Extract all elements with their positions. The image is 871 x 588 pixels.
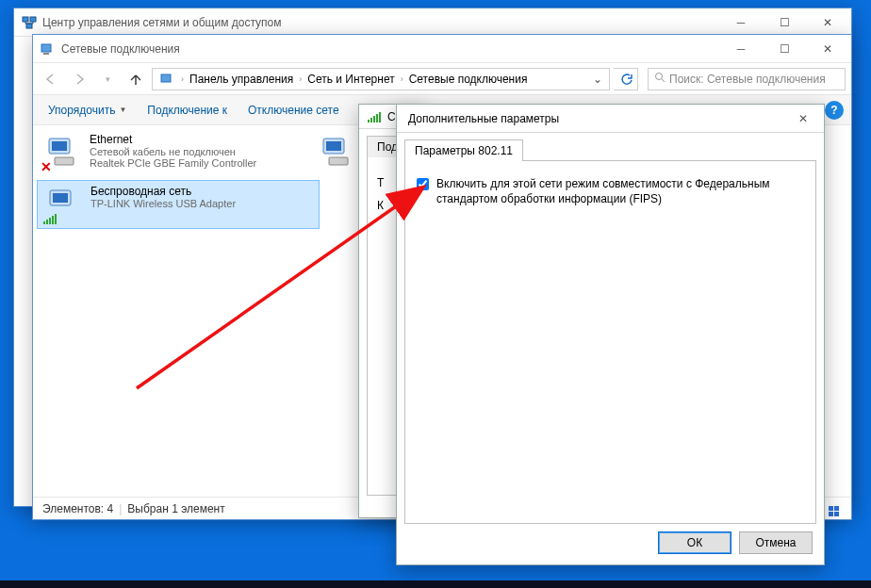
svg-rect-15	[326, 141, 341, 151]
disconnected-x-icon: ✕	[41, 159, 52, 174]
tab-panel: Включить для этой сети режим совместимос…	[404, 160, 816, 524]
nav-forward-button[interactable]	[67, 67, 91, 91]
network-device: Realtek PCIe GBE Family Controller	[90, 157, 256, 169]
navigation-bar: ▾ › Панель управления › Сеть и Интернет …	[33, 63, 851, 95]
fips-checkbox[interactable]	[417, 178, 429, 190]
network-status: Сетевой кабель не подключен	[90, 146, 256, 157]
dialog-title: Дополнительные параметры	[404, 112, 784, 125]
titlebar: Дополнительные параметры ✕	[397, 105, 824, 133]
toolbar-connect-to[interactable]: Подключение к	[140, 100, 235, 121]
toolbar-disable[interactable]: Отключение сете	[240, 100, 347, 121]
search-icon	[654, 72, 666, 86]
breadcrumb-item[interactable]: Сетевые подключения	[405, 71, 532, 88]
network-name: Ethernet	[90, 133, 256, 146]
breadcrumb-item[interactable]: Сеть и Интернет	[304, 71, 398, 88]
signal-bars-icon	[43, 213, 57, 224]
titlebar: Сетевые подключения ─ ☐ ✕	[33, 35, 851, 63]
search-input[interactable]: Поиск: Сетевые подключения	[648, 68, 846, 90]
tab-80211-params[interactable]: Параметры 802.11	[404, 139, 523, 161]
chevron-right-icon[interactable]: ›	[299, 74, 302, 84]
svg-rect-0	[23, 17, 28, 22]
svg-rect-2	[26, 24, 32, 28]
svg-rect-4	[43, 53, 49, 55]
chevron-down-icon: ▼	[119, 106, 126, 114]
ethernet-icon	[318, 133, 355, 172]
dialog-advanced-settings: Дополнительные параметры ✕ Параметры 802…	[396, 104, 825, 565]
search-placeholder: Поиск: Сетевые подключения	[669, 73, 826, 86]
taskbar[interactable]	[0, 580, 871, 588]
breadcrumb-dropdown[interactable]: ⌄	[590, 73, 605, 86]
status-selected-count: Выбран 1 элемент	[127, 502, 224, 515]
cancel-button[interactable]: Отмена	[739, 531, 813, 554]
ok-button[interactable]: ОК	[658, 531, 731, 554]
network-item-wireless[interactable]: Беспроводная сеть TP-LINK Wireless USB A…	[37, 180, 320, 229]
nav-recent-button[interactable]: ▾	[95, 67, 120, 91]
status-item-count: Элементов: 4	[42, 502, 113, 515]
svg-rect-5	[161, 74, 171, 82]
ethernet-icon: ✕	[42, 133, 82, 172]
nav-up-button[interactable]	[123, 67, 148, 91]
breadcrumb[interactable]: › Панель управления › Сеть и Интернет › …	[152, 68, 610, 90]
network-center-icon	[22, 15, 37, 30]
network-connections-icon	[41, 41, 56, 57]
breadcrumb-item[interactable]: Панель управления	[186, 71, 297, 88]
close-button[interactable]: ✕	[784, 105, 822, 133]
nav-back-button[interactable]	[39, 67, 63, 91]
dialog-buttons: ОК Отмена	[397, 531, 824, 565]
help-button[interactable]: ?	[825, 101, 844, 120]
tab-strip: Параметры 802.11	[397, 133, 824, 160]
network-name: Беспроводная сеть	[90, 185, 236, 198]
maximize-button[interactable]: ☐	[763, 8, 806, 37]
fips-checkbox-row[interactable]: Включить для этой сети режим совместимос…	[417, 176, 804, 206]
toolbar-organize[interactable]: Упорядочить▼	[41, 100, 134, 121]
close-button[interactable]: ✕	[806, 35, 849, 63]
chevron-right-icon[interactable]: ›	[181, 74, 184, 84]
svg-rect-3	[41, 44, 51, 52]
svg-point-6	[656, 74, 663, 80]
network-device: TP-LINK Wireless USB Adapter	[90, 198, 236, 209]
svg-rect-16	[329, 157, 348, 165]
chevron-right-icon[interactable]: ›	[401, 74, 403, 84]
window-title: Центр управления сетями и общим доступом	[42, 16, 719, 29]
signal-bars-icon	[367, 109, 382, 124]
refresh-button[interactable]	[614, 68, 638, 90]
minimize-button[interactable]: ─	[719, 8, 763, 37]
titlebar: Центр управления сетями и общим доступом…	[14, 8, 851, 37]
wifi-adapter-icon	[43, 185, 83, 224]
large-icons-view-icon[interactable]	[829, 500, 842, 516]
svg-rect-10	[52, 141, 67, 151]
minimize-button[interactable]: ─	[719, 35, 763, 63]
close-button[interactable]: ✕	[806, 8, 849, 37]
svg-rect-1	[30, 17, 36, 22]
maximize-button[interactable]: ☐	[763, 35, 806, 63]
network-item-ethernet[interactable]: ✕ Ethernet Сетевой кабель не подключен R…	[37, 129, 320, 176]
fips-checkbox-label: Включить для этой сети режим совместимос…	[436, 176, 804, 206]
svg-rect-11	[55, 157, 74, 165]
svg-rect-13	[53, 193, 68, 203]
breadcrumb-root-icon[interactable]	[156, 71, 179, 88]
window-title: Сетевые подключения	[61, 42, 719, 56]
